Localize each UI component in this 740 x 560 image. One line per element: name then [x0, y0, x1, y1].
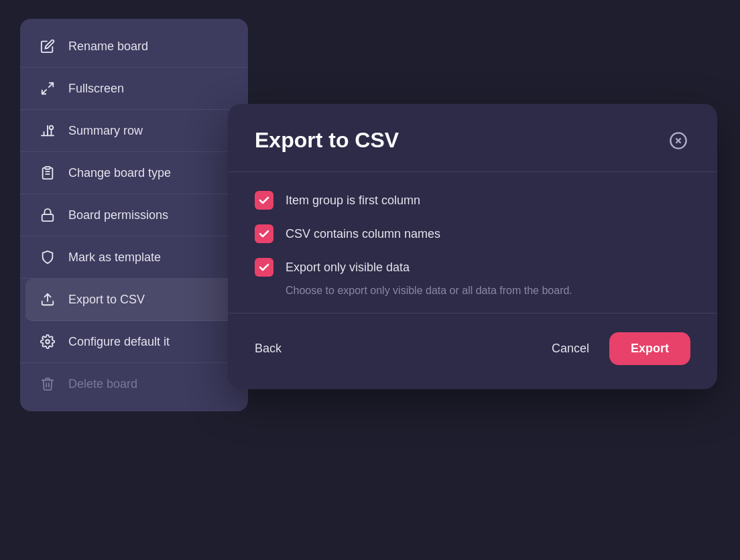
export-to-csv-label: Export to CSV [68, 293, 145, 307]
sidebar-menu: Rename board Fullscreen Summary row [20, 19, 248, 411]
fullscreen-icon [39, 80, 56, 97]
modal-footer-divider [228, 313, 717, 313]
edit-icon [39, 38, 56, 55]
sidebar-item-rename-board[interactable]: Rename board [20, 25, 248, 68]
svg-rect-9 [42, 214, 54, 221]
checkbox-export-visible-label: Export only visible data [286, 261, 410, 275]
change-board-type-label: Change board type [68, 166, 171, 180]
checkbox-csv-column-names[interactable]: CSV contains column names [255, 224, 690, 243]
sidebar-item-delete-board[interactable]: Delete board [20, 363, 248, 405]
shield-icon [39, 249, 56, 266]
sidebar-item-mark-as-template[interactable]: Mark as template [20, 236, 248, 279]
trash-icon [39, 375, 56, 393]
sidebar-item-change-board-type[interactable]: Change board type [20, 152, 248, 194]
export-csv-modal: Export to CSV Item group is first column… [228, 104, 717, 389]
modal-footer: Back Cancel Export [255, 332, 690, 365]
modal-header: Export to CSV [255, 128, 690, 153]
modal-top-divider [228, 171, 717, 172]
lock-icon [39, 206, 56, 224]
rename-board-label: Rename board [68, 40, 148, 54]
checkbox-item-group-first[interactable]: Item group is first column [255, 191, 690, 210]
sidebar-item-configure-default[interactable]: Configure default it [20, 321, 248, 363]
svg-point-11 [46, 340, 50, 344]
summary-row-label: Summary row [68, 124, 143, 138]
upload-icon [39, 291, 56, 308]
sidebar-item-export-to-csv[interactable]: Export to CSV [25, 279, 243, 321]
checkbox-item-group-first-input[interactable] [255, 191, 273, 210]
checkbox-csv-column-names-label: CSV contains column names [286, 227, 440, 241]
sidebar-item-board-permissions[interactable]: Board permissions [20, 194, 248, 236]
checkbox-export-visible-input[interactable] [255, 258, 273, 277]
checkbox-csv-column-names-input[interactable] [255, 224, 273, 243]
chart-icon [39, 122, 56, 139]
svg-point-5 [50, 126, 54, 130]
export-button[interactable]: Export [609, 332, 690, 365]
configure-default-label: Configure default it [68, 335, 170, 349]
fullscreen-label: Fullscreen [68, 82, 124, 96]
svg-line-1 [42, 90, 46, 94]
gear-icon [39, 333, 56, 350]
delete-board-label: Delete board [68, 377, 137, 391]
svg-line-0 [49, 83, 53, 87]
checkbox-export-visible[interactable]: Export only visible data [255, 258, 690, 277]
board-permissions-label: Board permissions [68, 208, 168, 222]
svg-rect-6 [45, 167, 50, 169]
sidebar-item-summary-row[interactable]: Summary row [20, 110, 248, 152]
close-button[interactable] [666, 129, 690, 153]
helper-text: Choose to export only visible data or al… [255, 285, 690, 297]
checkbox-item-group-first-label: Item group is first column [286, 194, 420, 208]
mark-as-template-label: Mark as template [68, 251, 161, 265]
modal-title: Export to CSV [255, 128, 399, 153]
clipboard-icon [39, 164, 56, 182]
back-button[interactable]: Back [255, 342, 282, 356]
sidebar-item-fullscreen[interactable]: Fullscreen [20, 68, 248, 110]
footer-right-buttons: Cancel Export [552, 332, 690, 365]
cancel-button[interactable]: Cancel [552, 342, 589, 356]
